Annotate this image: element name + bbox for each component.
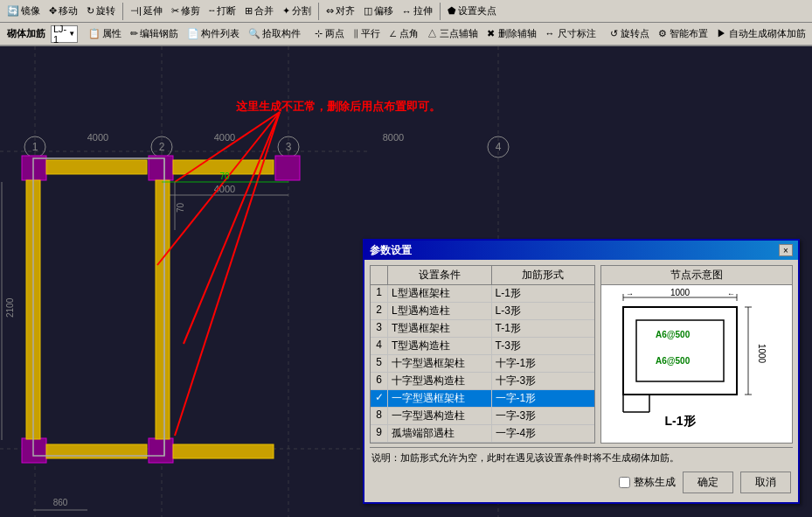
toolbar-edit-rebar-btn[interactable]: ✏ 编辑钢筋 <box>127 25 182 42</box>
dialog-note: 说明：加筋形式允许为空，此时在遇见该设置条件时将不生成砌体加筋。 <box>370 447 793 468</box>
toolbar-offset-btn[interactable]: ◫ 偏移 <box>360 3 397 19</box>
toolbar-join-btn[interactable]: ⊞ 合并 <box>241 3 277 19</box>
svg-text:←: ← <box>727 290 735 298</box>
toolbar-angle-point-btn[interactable]: ∠ 点角 <box>385 25 422 42</box>
table-row[interactable]: ✓ 一字型遇框架柱 一字-1形 <box>371 390 594 408</box>
svg-text:860: 860 <box>53 498 68 507</box>
toolbar-dim-btn[interactable]: ↔ 尺寸标注 <box>542 25 600 42</box>
svg-rect-23 <box>22 438 46 463</box>
toolbar-parallel-btn[interactable]: ∥ 平行 <box>350 25 384 42</box>
toolbar-move-btn[interactable]: ✥ 移动 <box>45 3 81 19</box>
svg-text:4000: 4000 <box>87 132 108 143</box>
table-row[interactable]: 1 L型遇框架柱 L-1形 <box>371 285 594 303</box>
masonry-type-label: 砌体加筋 <box>3 25 49 42</box>
table-row[interactable]: 3 T型遇框架柱 T-1形 <box>371 320 594 338</box>
toolbar-smart-layout-btn[interactable]: ⚙ 智能布置 <box>655 25 711 42</box>
toolbar-break-btn[interactable]: ╌ 打断 <box>205 3 239 19</box>
svg-text:L-1形: L-1形 <box>665 414 697 428</box>
toolbar-rotate-btn[interactable]: ↻ 旋转 <box>83 3 119 19</box>
toolbar-rotate-point-btn[interactable]: ↺ 旋转点 <box>607 25 653 42</box>
svg-rect-24 <box>149 438 173 463</box>
node-section-title: 节点示意图 <box>601 266 792 285</box>
dialog-close-button[interactable]: × <box>779 244 793 256</box>
whole-building-checkbox[interactable] <box>619 477 630 488</box>
conditions-table: 设置条件 加筋形式 1 L型遇框架柱 L-1形 2 L型遇构造 <box>370 265 595 444</box>
dialog-footer: 整栋生成 确定 取消 <box>370 468 793 497</box>
cancel-button[interactable]: 取消 <box>740 472 791 493</box>
toolbar-setgrip-btn[interactable]: ⬟ 设置夹点 <box>444 3 500 19</box>
table-row[interactable]: 9 孤墙端部遇柱 一字-4形 <box>371 425 594 443</box>
table-row[interactable]: 8 一字型遇构造柱 一字-3形 <box>371 408 594 425</box>
svg-text:A6@500: A6@500 <box>656 330 691 339</box>
svg-text:4000: 4000 <box>214 132 235 143</box>
dialog-body: 设置条件 加筋形式 1 L型遇框架柱 L-1形 2 L型遇构造 <box>364 260 798 502</box>
toolbar-member-list-btn[interactable]: 📄 构件列表 <box>184 25 243 42</box>
toolbar-property-btn[interactable]: 📋 属性 <box>85 25 125 42</box>
toolbar-two-point-btn[interactable]: ⊹ 两点 <box>311 25 348 42</box>
table-row[interactable]: 6 十字型遇构造柱 十字-3形 <box>371 373 594 390</box>
dialog-titlebar: 参数设置 × <box>364 241 798 260</box>
toolbar-split-btn[interactable]: ✦ 分割 <box>279 3 315 19</box>
svg-rect-20 <box>22 156 46 180</box>
svg-text:70: 70 <box>219 171 230 181</box>
svg-rect-25 <box>46 160 147 174</box>
col-header-form: 加筋形式 <box>492 266 595 284</box>
svg-rect-21 <box>149 156 173 180</box>
svg-rect-45 <box>601 285 792 443</box>
svg-rect-22 <box>275 156 300 180</box>
svg-text:A6@500: A6@500 <box>656 356 691 366</box>
svg-rect-28 <box>173 444 274 458</box>
toolbar-row1: 🔄 镜像 ✥ 移动 ↻ 旋转 ⊣| 延伸 ✂ 修剪 ╌ 打断 ⊞ 合并 ✦ 分割… <box>0 0 812 23</box>
table-row[interactable]: 2 L型遇构造柱 L-3形 <box>371 303 594 320</box>
svg-text:3: 3 <box>286 141 292 153</box>
col-header-condition <box>371 266 388 284</box>
svg-text:8000: 8000 <box>383 132 404 143</box>
toolbar-three-point-btn[interactable]: △ 三点辅轴 <box>424 25 482 42</box>
toolbar-stretch-btn[interactable]: ↔ 拉伸 <box>399 3 436 19</box>
toolbar-del-aux-btn[interactable]: ✖ 删除辅轴 <box>483 25 539 42</box>
svg-text:70: 70 <box>176 202 185 213</box>
toolbar-trim-btn[interactable]: ✂ 修剪 <box>168 3 204 19</box>
toolbar-align-btn[interactable]: ⇔ 对齐 <box>323 3 358 19</box>
svg-text:1000: 1000 <box>757 344 767 364</box>
toolbar-area: 🔄 镜像 ✥ 移动 ↻ 旋转 ⊣| 延伸 ✂ 修剪 ╌ 打断 ⊞ 合并 ✦ 分割… <box>0 0 812 46</box>
table-body: 1 L型遇框架柱 L-1形 2 L型遇构造柱 L-3形 3 <box>370 284 595 444</box>
toolbar-mirror-btn[interactable]: 🔄 镜像 <box>3 3 44 19</box>
svg-text:1: 1 <box>32 141 38 153</box>
node-svg: 1000 → ← 1000 A6@500 A6@500 <box>601 285 792 443</box>
whole-building-label: 整栋生成 <box>634 475 676 490</box>
cad-main-area: 1 2 3 4 4000 4000 8000 4000 <box>0 46 812 517</box>
table-header: 设置条件 加筋形式 <box>370 265 595 284</box>
svg-text:2: 2 <box>159 141 165 153</box>
svg-rect-30 <box>156 180 170 439</box>
member-type-dropdown[interactable]: LJ-1▼ <box>51 25 78 43</box>
node-diagram-section: 节点示意图 <box>600 265 793 444</box>
svg-text:→: → <box>626 290 634 298</box>
table-row[interactable]: 4 T型遇构造柱 T-3形 <box>371 338 594 355</box>
dialog-content: 设置条件 加筋形式 1 L型遇框架柱 L-1形 2 L型遇构造 <box>370 265 793 444</box>
annotation-text: 这里生成不正常，删除后用点布置即可。 <box>236 99 441 115</box>
parameter-settings-dialog: 参数设置 × 设置条件 加筋形式 1 <box>363 239 800 504</box>
node-diagram: 1000 → ← 1000 A6@500 A6@500 <box>601 285 792 443</box>
table-row[interactable]: 5 十字型遇框架柱 十字-1形 <box>371 355 594 373</box>
toolbar-pick-member-btn[interactable]: 🔍 拾取构件 <box>245 25 304 42</box>
toolbar-row2: 砌体加筋 LJ-1▼ 📋 属性 ✏ 编辑钢筋 📄 构件列表 🔍 拾取构件 ⊹ 两… <box>0 23 812 45</box>
svg-text:2100: 2100 <box>5 297 15 318</box>
svg-text:4: 4 <box>496 141 502 153</box>
dialog-title: 参数设置 <box>370 243 412 258</box>
confirm-button[interactable]: 确定 <box>683 472 733 493</box>
toolbar-extend-btn[interactable]: ⊣| 延伸 <box>127 3 166 19</box>
svg-text:1000: 1000 <box>670 288 691 297</box>
toolbar-auto-gen-btn[interactable]: ▶ 自动生成砌体加筋 <box>713 25 809 42</box>
whole-building-checkbox-row: 整栋生成 <box>619 475 676 490</box>
col-header-condition-text: 设置条件 <box>388 266 492 284</box>
